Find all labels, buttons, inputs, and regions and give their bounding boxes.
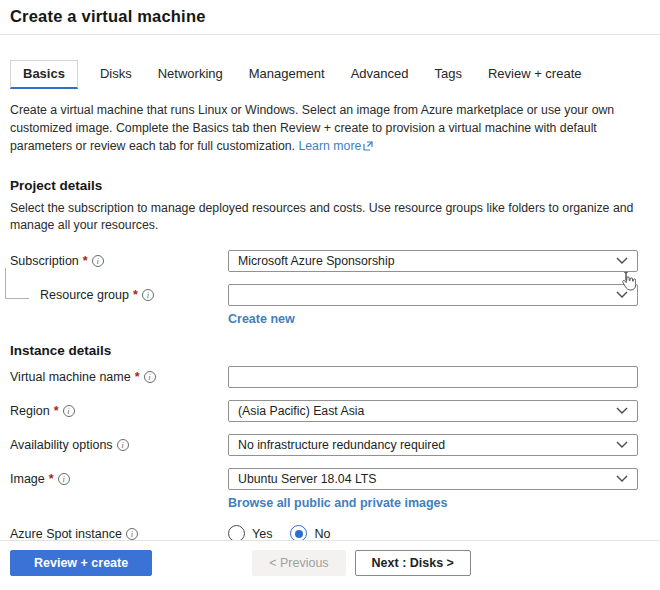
chevron-down-icon bbox=[616, 404, 628, 418]
availability-dropdown[interactable]: No infrastructure redundancy required bbox=[228, 434, 638, 456]
required-asterisk: * bbox=[135, 370, 140, 384]
intro-text: Create a virtual machine that runs Linux… bbox=[10, 101, 648, 157]
availability-label: Availability options bbox=[10, 434, 228, 452]
required-asterisk: * bbox=[54, 404, 59, 418]
subscription-label: Subscription * bbox=[10, 250, 228, 268]
browse-images-link[interactable]: Browse all public and private images bbox=[228, 496, 448, 510]
info-icon[interactable] bbox=[144, 371, 156, 383]
tab-advanced[interactable]: Advanced bbox=[351, 60, 409, 89]
create-vm-page: Create a virtual machine Basics Disks Ne… bbox=[0, 0, 660, 590]
create-new-link[interactable]: Create new bbox=[228, 312, 295, 326]
tab-networking[interactable]: Networking bbox=[158, 60, 223, 89]
review-create-button[interactable]: Review + create bbox=[10, 550, 152, 576]
external-link-icon bbox=[363, 138, 373, 156]
region-row: Region * (Asia Pacific) East Asia bbox=[10, 400, 660, 422]
project-fields: Subscription * Microsoft Azure Sponsorsh… bbox=[0, 250, 660, 327]
region-label: Region * bbox=[10, 400, 228, 418]
instance-details-heading: Instance details bbox=[10, 343, 660, 358]
image-dropdown[interactable]: Ubuntu Server 18.04 LTS bbox=[228, 468, 638, 490]
learn-more-link[interactable]: Learn more bbox=[298, 139, 373, 153]
info-icon[interactable] bbox=[117, 439, 129, 451]
vm-name-label: Virtual machine name * bbox=[10, 366, 228, 384]
tab-disks[interactable]: Disks bbox=[100, 60, 132, 89]
tab-bar: Basics Disks Networking Management Advan… bbox=[0, 60, 660, 89]
availability-row: Availability options No infrastructure r… bbox=[10, 434, 660, 456]
project-details-heading: Project details bbox=[10, 178, 660, 193]
info-icon[interactable] bbox=[63, 405, 75, 417]
previous-button[interactable]: < Previous bbox=[252, 550, 345, 576]
info-icon[interactable] bbox=[142, 289, 154, 301]
vm-name-input[interactable] bbox=[228, 366, 638, 388]
image-row: Image * Ubuntu Server 18.04 LTS Browse a… bbox=[10, 468, 660, 511]
required-asterisk: * bbox=[49, 472, 54, 486]
footer-bar: Review + create < Previous Next : Disks … bbox=[0, 540, 660, 590]
tab-review-create[interactable]: Review + create bbox=[488, 60, 582, 89]
region-value: (Asia Pacific) East Asia bbox=[238, 404, 364, 418]
chevron-down-icon bbox=[616, 472, 628, 486]
subscription-row: Subscription * Microsoft Azure Sponsorsh… bbox=[10, 250, 660, 272]
tab-basics[interactable]: Basics bbox=[10, 60, 78, 89]
vm-name-row: Virtual machine name * bbox=[10, 366, 660, 388]
chevron-down-icon bbox=[616, 438, 628, 452]
chevron-down-icon bbox=[616, 288, 628, 302]
spot-instance-label: Azure Spot instance bbox=[10, 523, 228, 541]
image-value: Ubuntu Server 18.04 LTS bbox=[238, 472, 377, 486]
info-icon[interactable] bbox=[92, 255, 104, 267]
instance-fields: Virtual machine name * Region * (Asia Pa… bbox=[0, 366, 660, 542]
region-dropdown[interactable]: (Asia Pacific) East Asia bbox=[228, 400, 638, 422]
image-label: Image * bbox=[10, 468, 228, 486]
subscription-dropdown[interactable]: Microsoft Azure Sponsorship bbox=[228, 250, 638, 272]
resource-group-dropdown[interactable] bbox=[228, 284, 638, 306]
project-details-description: Select the subscription to manage deploy… bbox=[10, 200, 648, 236]
tab-management[interactable]: Management bbox=[249, 60, 325, 89]
resource-group-label: Resource group * bbox=[10, 284, 228, 302]
required-asterisk: * bbox=[133, 288, 138, 302]
info-icon[interactable] bbox=[58, 473, 70, 485]
availability-value: No infrastructure redundancy required bbox=[238, 438, 445, 452]
info-icon[interactable] bbox=[126, 528, 138, 540]
page-title: Create a virtual machine bbox=[0, 0, 660, 26]
resource-group-row: Resource group * Create new bbox=[10, 284, 660, 327]
tab-tags[interactable]: Tags bbox=[434, 60, 461, 89]
resource-group-connector-line bbox=[5, 268, 29, 299]
subscription-value: Microsoft Azure Sponsorship bbox=[238, 254, 395, 268]
chevron-down-icon bbox=[616, 254, 628, 268]
header-divider bbox=[0, 34, 660, 35]
next-disks-button[interactable]: Next : Disks > bbox=[355, 550, 471, 576]
required-asterisk: * bbox=[83, 254, 88, 268]
